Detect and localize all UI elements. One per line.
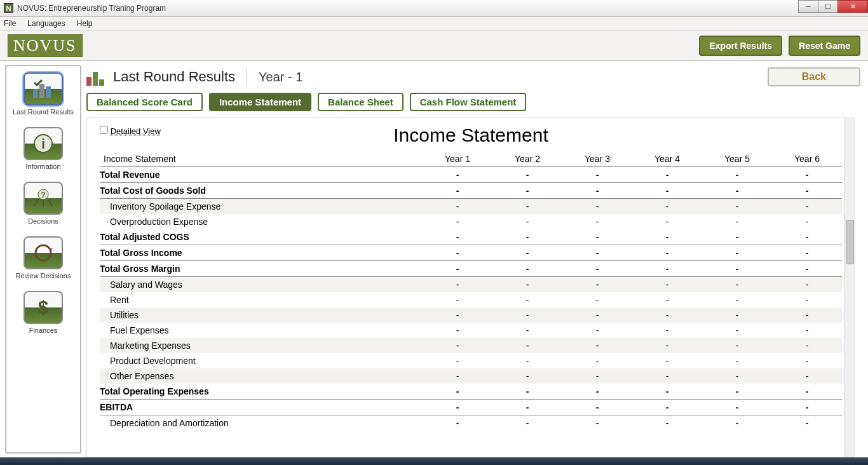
- bars-check-icon: [24, 72, 63, 105]
- export-results-button[interactable]: Export Results: [699, 36, 782, 56]
- cell-value: -: [702, 245, 772, 261]
- scrollbar[interactable]: [844, 118, 855, 457]
- cell-value: -: [492, 415, 562, 431]
- row-label: Product Development: [100, 353, 423, 368]
- menu-languages[interactable]: Languages: [27, 19, 65, 28]
- cycle-icon: [24, 236, 63, 269]
- cell-value: -: [632, 245, 702, 261]
- cell-value: -: [423, 277, 492, 293]
- cell-value: -: [492, 353, 562, 368]
- table-row: Total Adjusted COGS------: [100, 229, 842, 245]
- cell-value: -: [632, 353, 702, 368]
- table-row: Fuel Expenses------: [100, 323, 842, 338]
- cell-value: -: [562, 338, 632, 353]
- menu-help[interactable]: Help: [77, 19, 93, 28]
- cell-value: -: [702, 384, 772, 400]
- row-label: Total Gross Margin: [100, 261, 423, 277]
- cell-value: -: [772, 400, 842, 415]
- cell-value: -: [423, 167, 492, 183]
- cell-value: -: [562, 307, 632, 323]
- tab-balanced-score-card[interactable]: Balanced Score Card: [86, 93, 203, 111]
- sidebar-item-information[interactable]: iInformation: [6, 127, 80, 170]
- cell-value: -: [772, 167, 842, 183]
- minimize-button[interactable]: ─: [798, 0, 818, 13]
- close-button[interactable]: ✕: [837, 0, 868, 13]
- cell-value: -: [492, 214, 562, 229]
- cell-value: -: [632, 214, 702, 229]
- cell-value: -: [772, 214, 842, 229]
- cell-value: -: [562, 214, 632, 229]
- cell-value: -: [562, 183, 632, 199]
- sidebar-item-label: Information: [25, 163, 60, 170]
- row-label: Marketing Expenses: [100, 338, 423, 353]
- scrollbar-thumb[interactable]: [846, 220, 854, 264]
- cell-value: -: [562, 323, 632, 338]
- sidebar-item-finances[interactable]: $Finances: [6, 291, 80, 334]
- sidebar: Last Round ResultsiInformation?Decisions…: [5, 65, 81, 454]
- cell-value: -: [562, 167, 632, 183]
- table-row: Other Expenses------: [100, 368, 842, 384]
- cell-value: -: [632, 292, 702, 307]
- cell-value: -: [562, 261, 632, 277]
- cell-value: -: [492, 307, 562, 323]
- row-label: Utilities: [100, 307, 423, 323]
- cell-value: -: [702, 338, 772, 353]
- cell-value: -: [423, 199, 492, 215]
- svg-text:$: $: [38, 297, 49, 318]
- cell-value: -: [632, 307, 702, 323]
- tab-balance-sheet[interactable]: Balance Sheet: [318, 93, 403, 111]
- cell-value: -: [562, 400, 632, 415]
- row-label: Fuel Expenses: [100, 323, 423, 338]
- cell-value: -: [492, 245, 562, 261]
- sidebar-item-last-round-results[interactable]: Last Round Results: [6, 72, 80, 116]
- dollar-icon: $: [24, 291, 63, 324]
- cell-value: -: [492, 183, 562, 199]
- row-label: Total Gross Income: [100, 245, 423, 261]
- row-label: Total Cost of Goods Sold: [100, 183, 423, 199]
- table-row: Total Gross Margin------: [100, 261, 842, 277]
- top-band: NOVUS Export Results Reset Game: [0, 30, 868, 61]
- cell-value: -: [772, 292, 842, 307]
- cell-value: -: [423, 229, 492, 245]
- cell-value: -: [423, 292, 492, 307]
- tab-income-statement[interactable]: Income Statement: [209, 93, 311, 111]
- menu-file[interactable]: File: [4, 19, 16, 28]
- cell-value: -: [702, 167, 772, 183]
- maximize-button[interactable]: ☐: [818, 0, 838, 13]
- row-label: Total Revenue: [100, 167, 423, 183]
- svg-point-7: [36, 245, 51, 260]
- cell-value: -: [423, 261, 492, 277]
- table-row: Depreciation and Amortization------: [100, 415, 842, 431]
- window-title: NOVUS: Entrepreneurship Traning Program: [17, 4, 166, 13]
- tab-cash-flow-statement[interactable]: Cash Flow Statement: [410, 93, 527, 111]
- column-header-year: Year 1: [423, 151, 492, 167]
- detailed-view-checkbox[interactable]: [100, 126, 108, 134]
- sidebar-item-review-decisions[interactable]: Review Decisions: [6, 236, 80, 280]
- reset-game-button[interactable]: Reset Game: [789, 36, 860, 56]
- back-button[interactable]: Back: [768, 67, 860, 86]
- cell-value: -: [772, 229, 842, 245]
- detailed-view-label[interactable]: Detailed View: [111, 126, 161, 136]
- cell-value: -: [632, 400, 702, 415]
- cell-value: -: [702, 214, 772, 229]
- sheet-title: Income Statement: [100, 125, 842, 146]
- sidebar-item-label: Finances: [29, 327, 58, 334]
- sidebar-item-decisions[interactable]: ?Decisions: [6, 182, 80, 225]
- column-header-year: Year 6: [772, 151, 842, 167]
- page-title: Last Round Results: [113, 69, 235, 85]
- cell-value: -: [423, 353, 492, 368]
- cell-value: -: [423, 368, 492, 384]
- sidebar-item-label: Review Decisions: [16, 272, 71, 280]
- row-label: Depreciation and Amortization: [100, 415, 423, 431]
- cell-value: -: [772, 415, 842, 431]
- cell-value: -: [632, 338, 702, 353]
- sidebar-item-label: Decisions: [28, 217, 58, 225]
- cell-value: -: [772, 199, 842, 215]
- cell-value: -: [562, 415, 632, 431]
- cell-value: -: [423, 214, 492, 229]
- table-row: Overproduction Expense------: [100, 214, 842, 229]
- table-row: EBITDA------: [100, 400, 842, 415]
- row-label: Total Operating Expenses: [100, 384, 423, 400]
- cell-value: -: [492, 338, 562, 353]
- cell-value: -: [492, 199, 562, 215]
